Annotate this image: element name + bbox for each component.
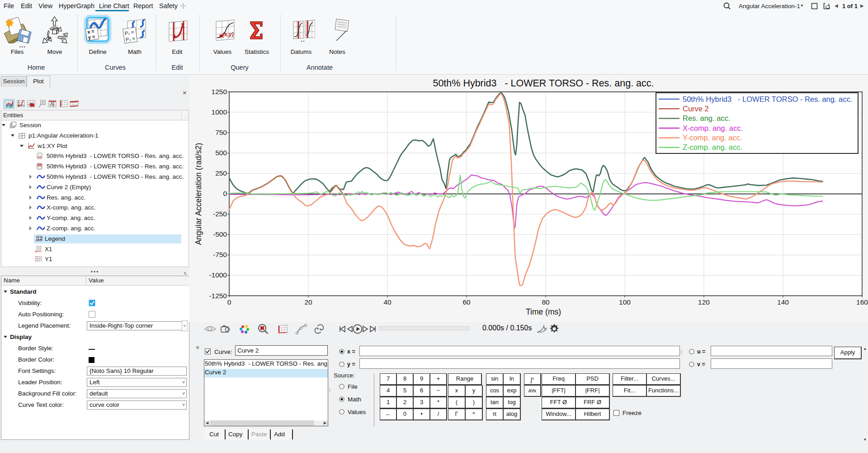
svg-text:40: 40 (383, 298, 392, 306)
svg-text:Angular Acceleration (rad/s2): Angular Acceleration (rad/s2) (194, 143, 203, 245)
svg-text:0: 0 (227, 298, 231, 306)
svg-text:20: 20 (304, 298, 312, 306)
svg-text:-250: -250 (213, 210, 227, 218)
svg-text:-500: -500 (213, 230, 227, 238)
svg-text:(x,y): (x,y) (222, 31, 234, 38)
svg-text:-750: -750 (213, 251, 227, 258)
svg-text:Z-comp. ang. acc.: Z-comp. ang. acc. (683, 143, 742, 151)
svg-text:120: 120 (698, 298, 710, 306)
svg-text:80: 80 (542, 298, 550, 306)
svg-text:1250: 1250 (212, 88, 227, 95)
svg-text:50th% Hybrid3 - LOWER TORSO: 50th% Hybrid3 - LOWER TORSO - Res. ang. … (433, 78, 654, 89)
svg-text:Y-comp. ang. acc.: Y-comp. ang. acc. (683, 134, 742, 142)
svg-text:250: 250 (215, 169, 227, 177)
svg-text:y =: y = (88, 33, 95, 40)
svg-text:140: 140 (777, 298, 789, 306)
svg-text:Time (ms): Time (ms) (526, 307, 561, 316)
svg-text:160: 160 (856, 298, 868, 306)
svg-text:50th% Hybrid3 - LOWER TORSO: 50th% Hybrid3 - LOWER TORSO - Res. ang. … (683, 95, 852, 103)
svg-text:750: 750 (215, 129, 227, 136)
svg-text:0: 0 (223, 190, 227, 197)
svg-text:Res. ang. acc.: Res. ang. acc. (683, 114, 730, 122)
svg-text:100: 100 (619, 298, 631, 306)
svg-text:X-comp. ang. acc.: X-comp. ang. acc. (683, 124, 743, 132)
svg-text:Curve 2: Curve 2 (683, 105, 709, 113)
svg-text:500: 500 (215, 149, 227, 157)
svg-text:60: 60 (462, 298, 471, 306)
svg-text:1000: 1000 (212, 108, 227, 116)
svg-text:-1250: -1250 (209, 292, 227, 300)
svg-text:-1000: -1000 (209, 271, 227, 279)
